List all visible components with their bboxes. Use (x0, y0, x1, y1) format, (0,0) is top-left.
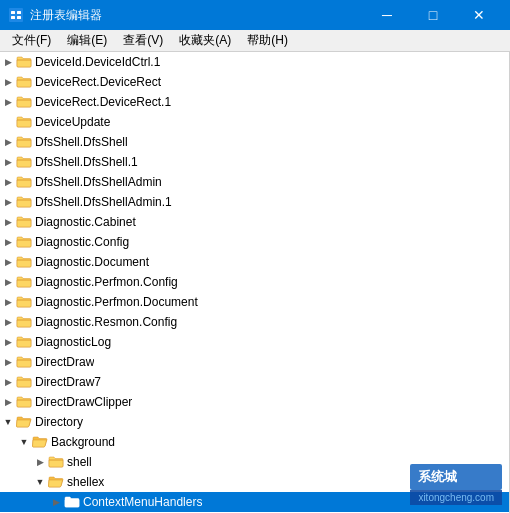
tree-item[interactable]: ▶ DeviceRect.DeviceRect (0, 72, 509, 92)
tree-item[interactable]: ▶ DfsShell.DfsShell.1 (0, 152, 509, 172)
folder-icon (16, 54, 32, 70)
tree-item-label: DfsShell.DfsShellAdmin.1 (35, 195, 172, 209)
tree-item[interactable]: ▶ DirectDraw7 (0, 372, 509, 392)
folder-icon (16, 134, 32, 150)
menu-bar: 文件(F) 编辑(E) 查看(V) 收藏夹(A) 帮助(H) (0, 30, 510, 52)
folder-icon (16, 394, 32, 410)
tree-item-label: DfsShell.DfsShell (35, 135, 128, 149)
svg-rect-3 (11, 16, 15, 19)
folder-icon (16, 354, 32, 370)
watermark-url: xitongcheng.com (410, 490, 502, 505)
folder-icon (16, 174, 32, 190)
watermark-site: 系统城 (410, 464, 502, 490)
svg-rect-4 (17, 16, 21, 19)
tree-item[interactable]: ▶ DeviceId.DeviceIdCtrl.1 (0, 52, 509, 72)
title-text: 注册表编辑器 (30, 7, 364, 24)
menu-file[interactable]: 文件(F) (4, 30, 59, 51)
tree-item[interactable]: ▼ Background (0, 432, 509, 452)
close-button[interactable]: ✕ (456, 0, 502, 30)
tree-item-label: Diagnostic.Document (35, 255, 149, 269)
folder-icon (16, 94, 32, 110)
tree-item-label: DfsShell.DfsShell.1 (35, 155, 138, 169)
tree-item-label: Directory (35, 415, 83, 429)
maximize-button[interactable]: □ (410, 0, 456, 30)
watermark: 系统城 xitongcheng.com (410, 464, 502, 505)
folder-icon (48, 474, 64, 490)
tree-item-label: shellex (67, 475, 104, 489)
tree-item[interactable]: ▶ DiagnosticLog (0, 332, 509, 352)
folder-icon (16, 294, 32, 310)
menu-view[interactable]: 查看(V) (115, 30, 171, 51)
minimize-button[interactable]: ─ (364, 0, 410, 30)
tree-item[interactable]: ▶ Diagnostic.Resmon.Config (0, 312, 509, 332)
tree-panel[interactable]: ▶ DeviceId.DeviceIdCtrl.1▶ DeviceRect.De… (0, 52, 510, 513)
tree-item-label: DeviceRect.DeviceRect.1 (35, 95, 171, 109)
tree-item-label: DirectDraw (35, 355, 94, 369)
tree-item-label: Diagnostic.Perfmon.Document (35, 295, 198, 309)
tree-item[interactable]: ▼ Directory (0, 412, 509, 432)
tree-item-label: Diagnostic.Config (35, 235, 129, 249)
tree-item-label: DfsShell.DfsShellAdmin (35, 175, 162, 189)
folder-icon (16, 334, 32, 350)
menu-help[interactable]: 帮助(H) (239, 30, 296, 51)
folder-icon (16, 114, 32, 130)
tree-item-label: ContextMenuHandlers (83, 495, 202, 509)
folder-icon (16, 154, 32, 170)
tree-item[interactable]: ▶ Diagnostic.Perfmon.Config (0, 272, 509, 292)
tree-item[interactable]: ▶ Diagnostic.Perfmon.Document (0, 292, 509, 312)
tree-item-label: DeviceRect.DeviceRect (35, 75, 161, 89)
folder-icon (32, 434, 48, 450)
main-content: ▶ DeviceId.DeviceIdCtrl.1▶ DeviceRect.De… (0, 52, 510, 513)
menu-edit[interactable]: 编辑(E) (59, 30, 115, 51)
folder-icon (48, 454, 64, 470)
tree-item[interactable]: ▶ DeviceRect.DeviceRect.1 (0, 92, 509, 112)
tree-item[interactable]: ▶ Diagnostic.Config (0, 232, 509, 252)
tree-item-label: shell (67, 455, 92, 469)
folder-icon (16, 194, 32, 210)
title-bar: 注册表编辑器 ─ □ ✕ (0, 0, 510, 30)
tree-item-label: DeviceUpdate (35, 115, 110, 129)
svg-rect-1 (11, 11, 15, 14)
menu-favorites[interactable]: 收藏夹(A) (171, 30, 239, 51)
folder-icon (16, 274, 32, 290)
folder-icon (16, 214, 32, 230)
folder-icon (64, 494, 80, 510)
folder-icon (16, 374, 32, 390)
tree-item-label: DeviceId.DeviceIdCtrl.1 (35, 55, 160, 69)
tree-item-label: Diagnostic.Cabinet (35, 215, 136, 229)
tree-item-label: Background (51, 435, 115, 449)
tree-item-label: Diagnostic.Resmon.Config (35, 315, 177, 329)
folder-icon (16, 314, 32, 330)
folder-icon (16, 414, 32, 430)
svg-rect-0 (9, 8, 23, 22)
tree-item[interactable]: ▶ DfsShell.DfsShellAdmin (0, 172, 509, 192)
tree-item-label: DiagnosticLog (35, 335, 111, 349)
folder-icon (16, 74, 32, 90)
tree-item[interactable]: ▶ DeviceUpdate (0, 112, 509, 132)
folder-icon (16, 234, 32, 250)
regedit-icon (8, 7, 24, 23)
tree-item[interactable]: ▶ DfsShell.DfsShellAdmin.1 (0, 192, 509, 212)
svg-rect-2 (17, 11, 21, 14)
tree-item[interactable]: ▶ DirectDrawClipper (0, 392, 509, 412)
tree-item[interactable]: ▶ DirectDraw (0, 352, 509, 372)
tree-item[interactable]: ▶ Diagnostic.Cabinet (0, 212, 509, 232)
folder-icon (16, 254, 32, 270)
tree-item-label: DirectDraw7 (35, 375, 101, 389)
tree-item-label: Diagnostic.Perfmon.Config (35, 275, 178, 289)
tree-item-label: DirectDrawClipper (35, 395, 132, 409)
tree-item[interactable]: ▶ Diagnostic.Document (0, 252, 509, 272)
tree-item[interactable]: ▶ DfsShell.DfsShell (0, 132, 509, 152)
